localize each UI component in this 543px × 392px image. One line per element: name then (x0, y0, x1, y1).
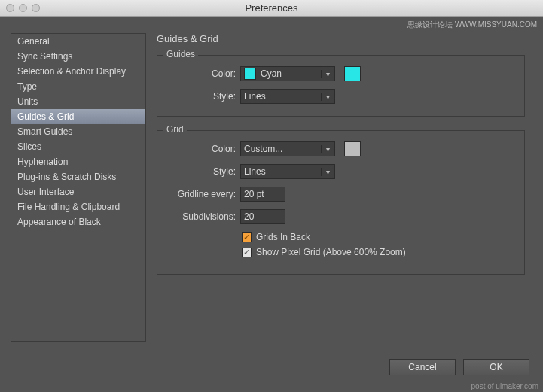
show-pixel-grid-row: ✓ Show Pixel Grid (Above 600% Zoom) (242, 247, 515, 257)
sidebar-item-slices[interactable]: Slices (11, 139, 145, 154)
grids-in-back-checkbox[interactable]: ✓ (242, 232, 252, 242)
dialog-body: 思缘设计论坛 WWW.MISSYUAN.COM General Sync Set… (0, 17, 543, 392)
grid-color-select[interactable]: Custom... ▾ (240, 141, 335, 156)
sidebar-item-general[interactable]: General (11, 34, 145, 49)
minimize-icon[interactable] (19, 4, 27, 12)
sidebar-item-hyphenation[interactable]: Hyphenation (11, 154, 145, 169)
main-panel: Guides & Grid Guides Color: Cyan ▾ Style… (146, 33, 535, 354)
window-controls (6, 4, 40, 12)
guides-style-value: Lines (244, 91, 266, 102)
gridline-every-label: Gridline every: (166, 189, 236, 199)
chevron-down-icon: ▾ (321, 168, 331, 176)
sidebar-item-type[interactable]: Type (11, 79, 145, 94)
grid-style-value: Lines (244, 166, 266, 177)
subdivisions-label: Subdivisions: (166, 211, 236, 222)
ok-button[interactable]: OK (463, 359, 529, 375)
cancel-button[interactable]: Cancel (389, 359, 456, 375)
button-bar: Cancel OK (389, 359, 529, 375)
close-icon[interactable] (6, 4, 14, 12)
content: General Sync Settings Selection & Anchor… (0, 17, 543, 392)
grid-color-value: Custom... (244, 144, 282, 154)
sidebar-item-smart-guides[interactable]: Smart Guides (11, 124, 145, 139)
sidebar-item-appearance-black[interactable]: Appearance of Black (11, 214, 145, 229)
zoom-icon[interactable] (32, 4, 40, 12)
page-title: Guides & Grid (157, 33, 525, 44)
show-pixel-grid-label: Show Pixel Grid (Above 600% Zoom) (256, 247, 406, 257)
titlebar: Preferences (0, 0, 543, 17)
category-sidebar: General Sync Settings Selection & Anchor… (11, 33, 146, 342)
watermark-bottom: post of uimaker.com (471, 382, 538, 390)
guides-color-swatch[interactable] (344, 66, 361, 81)
guides-color-label: Color: (166, 68, 236, 79)
guides-legend: Guides (163, 49, 198, 59)
grid-fieldset: Grid Color: Custom... ▾ Style: Lines ▾ (157, 130, 525, 275)
subdivisions-input[interactable] (240, 209, 285, 224)
grid-style-label: Style: (166, 166, 236, 177)
guides-style-label: Style: (166, 91, 236, 102)
watermark-top: 思缘设计论坛 WWW.MISSYUAN.COM (407, 20, 537, 30)
sidebar-item-selection[interactable]: Selection & Anchor Display (11, 64, 145, 79)
sidebar-item-file-handling[interactable]: File Handling & Clipboard (11, 199, 145, 214)
guides-color-value: Cyan (261, 68, 282, 79)
grid-color-swatch[interactable] (344, 141, 361, 156)
grid-color-label: Color: (166, 144, 236, 154)
grid-legend: Grid (163, 124, 187, 135)
chevron-down-icon: ▾ (321, 93, 331, 101)
chevron-down-icon: ▾ (321, 70, 331, 78)
sidebar-item-sync[interactable]: Sync Settings (11, 49, 145, 64)
guides-color-select[interactable]: Cyan ▾ (240, 66, 335, 81)
gridline-every-input[interactable] (240, 187, 285, 202)
guides-style-select[interactable]: Lines ▾ (240, 89, 335, 104)
grids-in-back-label: Grids In Back (256, 232, 310, 242)
chevron-down-icon: ▾ (321, 145, 331, 153)
swatch-icon (244, 68, 256, 80)
show-pixel-grid-checkbox[interactable]: ✓ (242, 248, 252, 257)
sidebar-item-guides-grid[interactable]: Guides & Grid (11, 109, 145, 124)
grid-style-select[interactable]: Lines ▾ (240, 164, 335, 179)
grids-in-back-row: ✓ Grids In Back (242, 232, 515, 242)
guides-fieldset: Guides Color: Cyan ▾ Style: Lines ▾ (157, 55, 525, 117)
sidebar-item-ui[interactable]: User Interface (11, 184, 145, 199)
window-title: Preferences (245, 2, 297, 14)
sidebar-item-plugins[interactable]: Plug-ins & Scratch Disks (11, 169, 145, 184)
sidebar-item-units[interactable]: Units (11, 94, 145, 109)
